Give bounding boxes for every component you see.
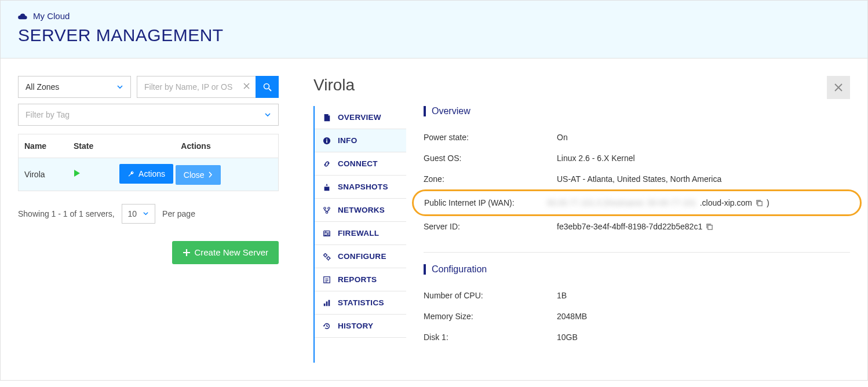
- copy-icon[interactable]: [706, 223, 713, 231]
- kv-label: Server ID:: [424, 222, 557, 231]
- nav-label: INFO: [338, 136, 357, 145]
- svg-point-0: [264, 83, 269, 89]
- nav-label: REPORTS: [338, 275, 377, 284]
- zone-select-label: All Zones: [25, 82, 59, 92]
- nav-label: STATISTICS: [338, 298, 384, 307]
- nav-networks[interactable]: NETWORKS: [315, 199, 406, 222]
- section-bar: [424, 106, 426, 116]
- nav-reports[interactable]: REPORTS: [315, 268, 406, 291]
- kv-power: Power state: On: [424, 127, 850, 148]
- kv-value: 1B: [557, 291, 567, 300]
- nav-label: CONFIGURE: [338, 252, 386, 261]
- cloud-icon: [18, 13, 27, 20]
- close-icon: [834, 83, 843, 92]
- section-bar: [424, 264, 426, 275]
- ip-paren-close: ): [767, 198, 769, 207]
- cell-state: [68, 158, 114, 191]
- kv-value: fe3ebb7e-3e4f-4bff-8198-7dd22b5e82c1: [557, 222, 713, 231]
- search-button[interactable]: [256, 76, 279, 98]
- svg-rect-3: [326, 138, 327, 140]
- svg-rect-13: [758, 201, 762, 205]
- nav-connect[interactable]: CONNECT: [315, 152, 406, 176]
- pager: Showing 1 - 1 of 1 servers, 10 Per page: [18, 204, 279, 224]
- nav-configure[interactable]: CONFIGURE: [315, 245, 406, 268]
- ip-redacted: 00.00.77.101.0 (Hostname: 00-00-77-101: [547, 198, 696, 207]
- nav-snapshots[interactable]: SNAPSHOTS: [315, 176, 406, 199]
- overview-section: Overview Power state: On Guest OS: Linux…: [424, 106, 850, 237]
- chevron-down-icon: [116, 83, 123, 90]
- nav-statistics[interactable]: STATISTICS: [315, 291, 406, 315]
- copy-icon[interactable]: [756, 199, 763, 207]
- page-title: SERVER MANAGEMENT: [18, 25, 850, 45]
- ip-suffix: .cloud-xip.com: [700, 198, 752, 207]
- svg-point-8: [327, 257, 329, 259]
- page-header: My Cloud SERVER MANAGEMENT: [1, 1, 867, 59]
- svg-rect-11: [326, 301, 328, 306]
- nav-firewall[interactable]: FIREWALL: [315, 222, 406, 245]
- kv-value: Linux 2.6 - 6.X Kernel: [557, 154, 635, 163]
- nav-label: FIREWALL: [338, 229, 379, 238]
- serverid-text: fe3ebb7e-3e4f-4bff-8198-7dd22b5e82c1: [557, 222, 702, 231]
- close-button[interactable]: Close: [176, 165, 221, 185]
- kv-os: Guest OS: Linux 2.6 - 6.X Kernel: [424, 148, 850, 169]
- svg-point-5: [328, 207, 330, 209]
- pager-summary: Showing 1 - 1 of 1 servers,: [18, 209, 115, 218]
- kv-label: Number of CPU:: [424, 291, 557, 300]
- svg-rect-12: [329, 300, 330, 306]
- nav-label: SNAPSHOTS: [338, 182, 388, 191]
- section-title: Configuration: [432, 264, 487, 275]
- nav-overview[interactable]: OVERVIEW: [315, 106, 406, 129]
- nav-history[interactable]: HISTORY: [315, 315, 406, 338]
- detail-side-nav: OVERVIEW INFO CONNECT SNAPSHOTS: [313, 106, 406, 363]
- close-panel-button[interactable]: [827, 76, 850, 99]
- ip-highlight: Public Internet IP (WAN): 00.00.77.101.0…: [412, 189, 862, 216]
- kv-zone: Zone: US-AT - Atlanta, United States, No…: [424, 169, 850, 189]
- table-row[interactable]: Virola Actions: [19, 158, 279, 191]
- kv-serverid: Server ID: fe3ebb7e-3e4f-4bff-8198-7dd22…: [424, 216, 850, 237]
- create-server-button[interactable]: Create New Server: [172, 241, 279, 264]
- clear-icon[interactable]: [243, 82, 250, 91]
- actions-button[interactable]: Actions: [119, 164, 173, 184]
- kv-value: 00.00.77.101.0 (Hostname: 00-00-77-101 .…: [547, 198, 769, 207]
- chevron-down-icon: [264, 111, 271, 118]
- section-title: Overview: [432, 106, 471, 116]
- kv-value: 2048MB: [557, 312, 587, 321]
- kv-label: Memory Size:: [424, 312, 557, 321]
- nav-label: CONNECT: [338, 159, 378, 168]
- zone-select[interactable]: All Zones: [18, 76, 131, 98]
- kv-value: US-AT - Atlanta, United States, North Am…: [557, 174, 721, 184]
- plus-icon: [183, 249, 191, 257]
- breadcrumb[interactable]: My Cloud: [18, 11, 850, 21]
- cell-actions: Actions Close: [114, 158, 278, 191]
- kv-mem: Memory Size: 2048MB: [424, 306, 850, 327]
- wrench-icon: [127, 170, 135, 178]
- kv-label: Guest OS:: [424, 154, 557, 163]
- servers-table: Name State Actions Virola: [18, 134, 279, 191]
- kv-label: Zone:: [424, 174, 557, 184]
- server-title: Virola: [313, 76, 850, 94]
- actions-button-label: Actions: [138, 169, 165, 178]
- chevron-right-icon: [208, 171, 213, 178]
- kv-label: Power state:: [424, 133, 557, 142]
- col-state[interactable]: State: [68, 134, 114, 158]
- kv-disk: Disk 1: 10GB: [424, 327, 850, 348]
- nav-label: OVERVIEW: [338, 113, 381, 122]
- breadcrumb-label: My Cloud: [33, 11, 70, 21]
- close-button-label: Close: [184, 170, 205, 180]
- kv-label: Public Internet IP (WAN):: [424, 198, 547, 207]
- tag-filter-placeholder: Filter by Tag: [25, 110, 70, 119]
- per-page-label: Per page: [162, 209, 195, 218]
- page-size-value: 10: [128, 209, 137, 218]
- search-icon: [263, 83, 272, 92]
- nav-info[interactable]: INFO: [315, 129, 406, 152]
- nav-label: HISTORY: [338, 322, 373, 330]
- col-name[interactable]: Name: [19, 134, 68, 158]
- col-actions: Actions: [114, 134, 278, 158]
- svg-rect-14: [708, 225, 712, 229]
- tag-filter-select[interactable]: Filter by Tag: [18, 104, 279, 126]
- kv-value: On: [557, 133, 568, 142]
- svg-point-7: [324, 254, 326, 256]
- kv-ip: Public Internet IP (WAN): 00.00.77.101.0…: [424, 196, 849, 210]
- page-size-select[interactable]: 10: [122, 204, 156, 224]
- name-filter-input[interactable]: [137, 76, 256, 98]
